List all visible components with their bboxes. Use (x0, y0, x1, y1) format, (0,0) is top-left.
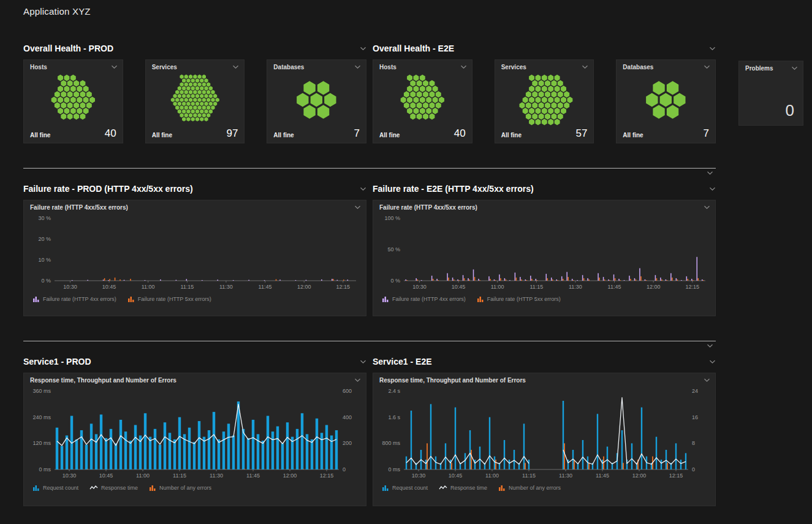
section-title: Service1 - E2E (373, 357, 432, 366)
tile-title: Databases (623, 64, 653, 70)
svg-text:1.6 s: 1.6 s (388, 414, 400, 420)
line-series-icon (439, 485, 447, 491)
legend-label: Number of any errors (159, 485, 211, 491)
svg-text:11:30: 11:30 (569, 284, 582, 290)
svg-text:11:00: 11:00 (142, 284, 155, 290)
tile-row: Hosts All fine 40 Services (23, 59, 366, 143)
legend-item[interactable]: Number of any errors (149, 485, 211, 491)
service1-chart-tile-prod[interactable]: Response time, Throughput and Number of … (23, 373, 366, 506)
svg-text:11:15: 11:15 (180, 284, 194, 290)
svg-text:120 ms: 120 ms (32, 440, 51, 446)
legend-item[interactable]: Request count (32, 485, 78, 491)
svg-text:800 ms: 800 ms (382, 440, 400, 446)
svg-text:11:45: 11:45 (259, 284, 272, 290)
service1-chart-tile-e2e[interactable]: Response time, Throughput and Number of … (373, 373, 716, 506)
chart-canvas[interactable]: 0 %50 %100 %10:3010:4511:0011:1511:3011:… (373, 212, 715, 293)
entity-count: 40 (105, 128, 116, 139)
legend-item[interactable]: Request count (382, 485, 428, 491)
chevron-down-icon[interactable] (791, 66, 798, 70)
legend-item[interactable]: Failure rate (HTTP 4xx errors) (382, 296, 466, 302)
status-label: All fine (501, 132, 522, 139)
problems-tile[interactable]: Problems 0 (738, 61, 803, 126)
legend-label: Response time (101, 485, 138, 491)
legend-item[interactable]: Response time (439, 485, 487, 491)
chart-title: Response time, Throughput and Number of … (379, 377, 526, 384)
health-tile-services[interactable]: Services All fine 57 (495, 59, 594, 143)
svg-text:10 %: 10 % (38, 257, 51, 263)
section-header: Overall Health - PROD (23, 42, 366, 55)
tile-header: Databases (617, 60, 715, 72)
tile-header: Hosts (24, 60, 123, 72)
bar-series-icon (127, 296, 135, 302)
section-title: Failure rate - PROD (HTTP 4xx/5xx errors… (23, 184, 193, 194)
svg-text:0: 0 (692, 466, 695, 473)
status-label: All fine (623, 132, 643, 139)
chevron-down-icon[interactable] (582, 65, 588, 69)
section-header: Service1 - PROD (23, 355, 366, 368)
chevron-down-icon[interactable] (360, 187, 366, 191)
chevron-down-icon[interactable] (354, 205, 361, 210)
failure-rate-chart-tile-e2e[interactable]: Failure rate (HTTP 4xx/5xx errors) 0 %50… (373, 200, 716, 316)
legend-item[interactable]: Response time (89, 485, 138, 491)
svg-text:400: 400 (343, 414, 352, 420)
chevron-down-icon[interactable] (111, 65, 118, 69)
bar-series-icon (32, 485, 40, 491)
svg-text:50 %: 50 % (387, 246, 400, 253)
svg-text:360 ms: 360 ms (32, 388, 51, 394)
chevron-down-icon[interactable] (360, 360, 366, 364)
honeycomb-svg (146, 72, 245, 128)
health-tile-databases[interactable]: Databases All fine 7 (616, 59, 716, 143)
failure-rate-chart-tile-prod[interactable]: Failure rate (HTTP 4xx/5xx errors) 0 %10… (23, 200, 366, 316)
svg-text:0 ms: 0 ms (39, 466, 51, 473)
chevron-down-icon[interactable] (704, 378, 710, 382)
legend-label: Failure rate (HTTP 4xx errors) (392, 296, 466, 302)
chevron-down-icon[interactable] (360, 47, 366, 51)
legend-item[interactable]: Number of any errors (498, 485, 561, 491)
tile-title: Problems (745, 65, 773, 72)
legend-item[interactable]: Failure rate (HTTP 5xx errors) (477, 296, 561, 302)
svg-text:30 %: 30 % (38, 215, 51, 221)
svg-text:12:15: 12:15 (669, 473, 683, 479)
honeycomb-svg (617, 72, 715, 128)
tile-title: Services (152, 64, 177, 70)
chevron-down-icon[interactable] (232, 65, 239, 69)
health-tile-hosts[interactable]: Hosts All fine 40 (23, 59, 123, 143)
chevron-down-icon[interactable] (707, 343, 713, 348)
chart-canvas[interactable]: 0 %10 %20 %30 %10:3010:4511:0011:1511:30… (24, 212, 366, 293)
health-tile-hosts[interactable]: Hosts All fine 40 (373, 59, 472, 143)
bar-series-icon (382, 296, 389, 302)
chart-svg: 0 ms800 ms1.6 s2.4 s08162410:3010:4511:0… (373, 385, 715, 482)
legend-item[interactable]: Failure rate (HTTP 4xx errors) (32, 296, 116, 302)
svg-text:10:45: 10:45 (449, 473, 463, 479)
chart-canvas[interactable]: 0 ms800 ms1.6 s2.4 s08162410:3010:4511:0… (373, 385, 715, 482)
hexagon-cluster (617, 72, 715, 128)
chart-canvas[interactable]: 0 ms120 ms240 ms360 ms020040060010:3010:… (24, 385, 366, 482)
chevron-down-icon[interactable] (354, 378, 361, 382)
svg-text:11:15: 11:15 (529, 284, 543, 290)
chevron-down-icon[interactable] (460, 65, 467, 69)
chevron-down-icon[interactable] (354, 65, 361, 69)
section-failure-prod: Failure rate - PROD (HTTP 4xx/5xx errors… (23, 183, 366, 316)
svg-text:10:30: 10:30 (412, 284, 427, 290)
svg-text:16: 16 (692, 414, 698, 420)
chevron-down-icon[interactable] (709, 47, 716, 51)
chevron-down-icon[interactable] (709, 360, 716, 364)
tile-header: Failure rate (HTTP 4xx/5xx errors) (373, 200, 715, 212)
chevron-down-icon[interactable] (704, 205, 710, 210)
chart-title: Failure rate (HTTP 4xx/5xx errors) (30, 204, 128, 211)
tile-footer: All fine 40 (373, 128, 472, 143)
problems-column: Problems 0 (738, 42, 803, 143)
svg-text:0 ms: 0 ms (388, 466, 400, 473)
tile-title: Services (501, 64, 526, 70)
legend-item[interactable]: Failure rate (HTTP 5xx errors) (127, 296, 211, 302)
section-service1-e2e: Service1 - E2E Response time, Throughput… (373, 355, 716, 506)
health-tile-services[interactable]: Services All fine 97 (145, 59, 245, 143)
bar-series-icon (382, 485, 389, 491)
health-tile-databases[interactable]: Databases All fine 7 (267, 59, 366, 143)
chevron-down-icon[interactable] (704, 65, 710, 69)
chevron-down-icon[interactable] (707, 170, 713, 175)
honeycomb-svg (373, 72, 472, 128)
entity-count: 97 (226, 128, 238, 139)
chart-legend: Failure rate (HTTP 4xx errors)Failure ra… (373, 293, 715, 302)
chevron-down-icon[interactable] (709, 187, 716, 191)
